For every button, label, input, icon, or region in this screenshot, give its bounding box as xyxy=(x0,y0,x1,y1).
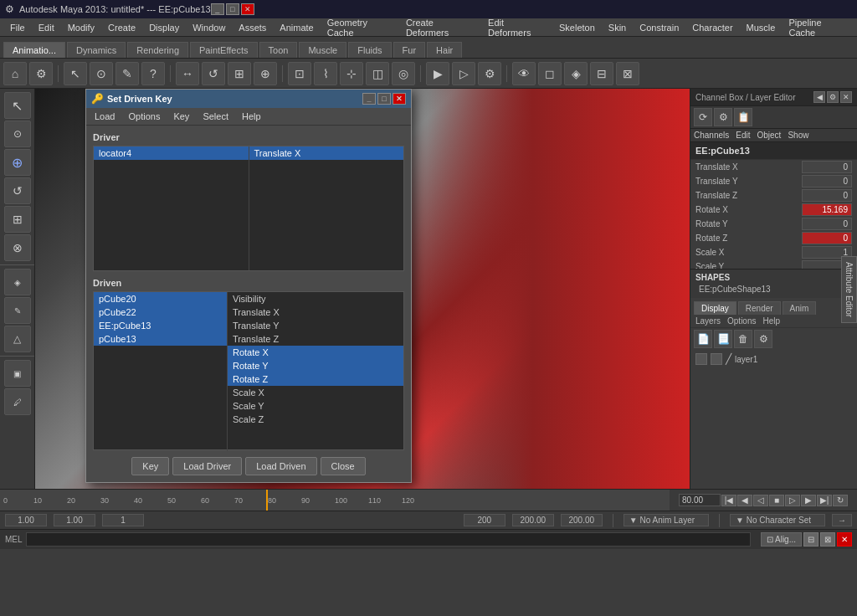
playback-speed[interactable]: 200.00 xyxy=(512,514,554,526)
paint-select[interactable]: 🖊 xyxy=(4,388,31,415)
layer-create-icon[interactable]: 📄 xyxy=(694,330,712,348)
close-button[interactable]: Close xyxy=(321,457,366,475)
menu-modify[interactable]: Modify xyxy=(61,21,101,34)
driver-attr-translatex[interactable]: Translate X xyxy=(249,146,404,160)
settings-icon[interactable]: ⚙ xyxy=(29,62,53,85)
move-tool[interactable]: ⊕ xyxy=(4,149,31,176)
driven-attrs-list[interactable]: Visibility Translate X Translate Y Trans… xyxy=(228,292,403,451)
channel-rotatey[interactable]: Rotate Y 0 xyxy=(690,217,857,231)
rotate-tool[interactable]: ↺ xyxy=(4,177,31,204)
channel-translatey[interactable]: Translate Y 0 xyxy=(690,174,857,188)
layer-ref-box[interactable] xyxy=(711,353,722,365)
ipr-icon[interactable]: ▷ xyxy=(452,62,475,85)
dialog-minimize[interactable]: _ xyxy=(362,93,376,105)
menu-window[interactable]: Window xyxy=(186,21,232,34)
render-icon[interactable]: ▶ xyxy=(426,62,449,85)
question-icon[interactable]: ? xyxy=(141,62,165,85)
menu-constrain[interactable]: Constrain xyxy=(633,21,685,34)
driver-item-locator4[interactable]: locator4 xyxy=(94,146,249,160)
play-back-button[interactable]: ◁ xyxy=(753,495,768,506)
hide-selected-icon[interactable]: ◻ xyxy=(538,62,562,85)
cb-tab-display[interactable]: Display xyxy=(694,301,736,315)
driven-objects-list[interactable]: pCube20 pCube22 EE:pCube13 pCube13 xyxy=(94,292,228,451)
driven-attr-visibility[interactable]: Visibility xyxy=(228,292,403,305)
cb-menu-edit[interactable]: Edit xyxy=(736,131,750,140)
cb-icon1[interactable]: ⟳ xyxy=(694,108,712,126)
select-icon[interactable]: ↖ xyxy=(64,62,87,85)
range-start-input[interactable]: 1.00 xyxy=(5,514,47,526)
channel-translatez[interactable]: Translate Z 0 xyxy=(690,188,857,203)
menu-character[interactable]: Character xyxy=(685,21,739,34)
snap-live-icon[interactable]: ◎ xyxy=(392,62,415,85)
stop-button[interactable]: ■ xyxy=(769,495,784,506)
paint-icon[interactable]: ✎ xyxy=(115,62,139,85)
shapes-item[interactable]: EE:pCubeShape13 xyxy=(695,284,852,295)
current-frame-input[interactable] xyxy=(679,494,721,506)
menu-pipeline-cache[interactable]: Pipeline Cache xyxy=(782,16,854,39)
render-settings-icon[interactable]: ⚙ xyxy=(478,62,501,85)
sdk-menu-help[interactable]: Help xyxy=(237,110,266,123)
load-driven-button[interactable]: Load Driven xyxy=(245,457,316,475)
play-forward-button[interactable]: ▷ xyxy=(785,495,800,506)
menu-geometry-cache[interactable]: Geometry Cache xyxy=(321,16,399,39)
move-icon[interactable]: ↔ xyxy=(176,62,199,85)
region-select[interactable]: ▣ xyxy=(4,360,31,387)
menu-skeleton[interactable]: Skeleton xyxy=(552,21,602,34)
menu-animate[interactable]: Animate xyxy=(273,21,320,34)
current-frame-display[interactable]: 1 xyxy=(102,514,144,526)
time-ruler[interactable]: 0 10 20 30 40 50 60 70 80 90 100 110 120 xyxy=(0,490,670,511)
tab-toon[interactable]: Toon xyxy=(259,42,298,58)
end-time-input[interactable]: 200 xyxy=(464,514,505,526)
mel-input[interactable] xyxy=(26,532,751,547)
driven-attr-scalez[interactable]: Scale Z xyxy=(228,413,403,426)
layer-row-default[interactable]: ╱ layer1 xyxy=(695,353,852,365)
ch-value-rotatez[interactable]: 0 xyxy=(802,232,852,244)
sdk-menu-key[interactable]: Key xyxy=(168,110,194,123)
viewport-area[interactable]: 🔑 Set Driven Key _ □ ✕ Load Options Key … xyxy=(35,89,690,489)
cb-tab-anim[interactable]: Anim xyxy=(783,301,817,315)
cb-layers-menu[interactable]: Layers xyxy=(695,316,721,326)
cb-settings[interactable]: ⚙ xyxy=(827,91,839,103)
channel-rotatex[interactable]: Rotate X 15.169 xyxy=(690,203,857,217)
ch-value-translatez[interactable]: 0 xyxy=(802,189,852,202)
ch-value-rotatey[interactable]: 0 xyxy=(802,218,852,230)
transform-icon[interactable]: ⊕ xyxy=(254,62,277,85)
cb-close[interactable]: ✕ xyxy=(840,91,852,103)
cb-menu-show[interactable]: Show xyxy=(788,131,808,140)
dialog-maximize[interactable]: □ xyxy=(377,93,391,105)
taskbar-close[interactable]: ✕ xyxy=(837,532,852,547)
driven-item-ee-pcube13[interactable]: EE:pCube13 xyxy=(94,319,227,332)
ch-value-translatex[interactable]: 0 xyxy=(802,161,852,173)
sdk-menu-options[interactable]: Options xyxy=(123,110,165,123)
taskbar-btn2[interactable]: ⊠ xyxy=(820,532,835,547)
cb-menu-channels[interactable]: Channels xyxy=(694,131,729,140)
layer-name[interactable]: layer1 xyxy=(735,355,757,364)
maximize-button[interactable]: □ xyxy=(226,3,239,15)
menu-edit[interactable]: Edit xyxy=(32,21,61,34)
anim-layer-dropdown[interactable]: ▼ No Anim Layer xyxy=(624,514,709,526)
sdk-menu-select[interactable]: Select xyxy=(198,110,233,123)
channel-box-nav[interactable]: ◀ ⚙ ✕ xyxy=(813,91,852,103)
menu-skin[interactable]: Skin xyxy=(602,21,633,34)
cb-help-menu[interactable]: Help xyxy=(762,316,780,326)
tab-fur[interactable]: Fur xyxy=(393,42,426,58)
menu-display[interactable]: Display xyxy=(142,21,186,34)
scale-icon[interactable]: ⊞ xyxy=(228,62,251,85)
driven-attr-translatey[interactable]: Translate Y xyxy=(228,319,403,332)
layer-delete-icon[interactable]: 🗑 xyxy=(734,330,752,348)
snap-point-icon[interactable]: ⊹ xyxy=(340,62,363,85)
cb-icon3[interactable]: 📋 xyxy=(734,108,752,126)
channel-translatex[interactable]: Translate X 0 xyxy=(690,160,857,174)
tab-animation[interactable]: Animatio... xyxy=(3,42,65,58)
lasso-tool[interactable]: ⊙ xyxy=(4,121,31,147)
tab-fluids[interactable]: Fluids xyxy=(348,42,391,58)
driver-objects-list[interactable]: locator4 xyxy=(94,146,249,270)
window-controls[interactable]: _ □ ✕ xyxy=(211,3,254,15)
driven-attr-scalex[interactable]: Scale X xyxy=(228,386,403,399)
frame-all-icon[interactable]: ⊟ xyxy=(590,62,613,85)
menu-create[interactable]: Create xyxy=(101,21,142,34)
menu-muscle[interactable]: Muscle xyxy=(740,21,783,34)
ch-value-rotatex[interactable]: 15.169 xyxy=(802,203,852,216)
layer-options-icon[interactable]: ⚙ xyxy=(754,330,772,348)
step-forward-button[interactable]: ▶ xyxy=(801,495,816,506)
